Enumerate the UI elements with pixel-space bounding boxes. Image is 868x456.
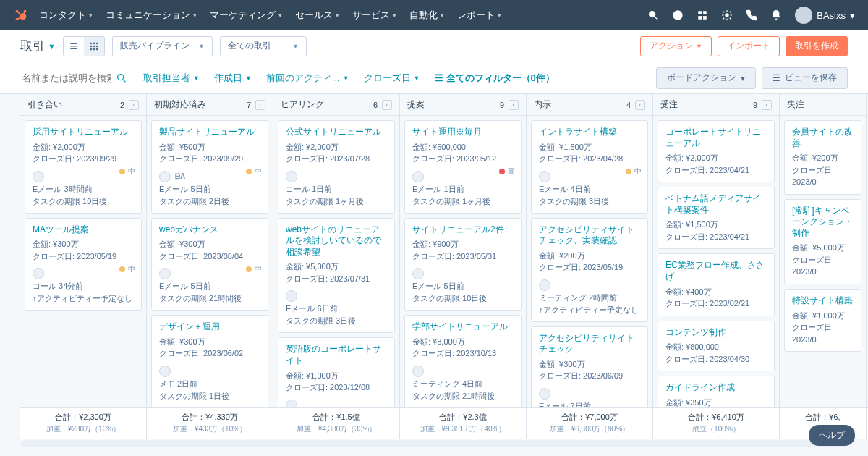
pipeline-column: 内示4‹イントラサイト構築金額: ¥1,500万クローズ日: 2023/04/2… [527,94,653,424]
search-icon[interactable] [647,9,659,21]
deal-title[interactable]: アクセシビリティサイトチェック、実装確認 [539,224,640,247]
deal-title[interactable]: イントラサイト構築 [539,127,640,138]
sum-total: 合計：¥1.5億 [276,412,396,423]
deal-title[interactable]: サイトリニューアル2件 [412,224,514,236]
cards-container: 製品サイトリニューアル金額: ¥500万クローズ日: 2023/09/29中ᗷA… [147,116,273,424]
help-button[interactable]: ヘルプ [809,425,855,446]
svg-rect-22 [90,45,92,46]
phone-icon[interactable] [746,9,757,21]
deal-card[interactable]: [常駐]キャンペーンクション・制作金額: ¥5,000万クローズ日: 2023/… [784,199,861,284]
deal-card[interactable]: 会員サイトの改善金額: ¥200万クローズ日: 2023/0 [784,120,861,195]
collapse-icon[interactable]: ‹ [635,100,645,110]
filter-all[interactable]: ☰全てのフィルター（0件） [435,72,555,85]
next-task: タスクの期限 21時間後 [412,391,514,402]
deal-card[interactable]: 採用サイトリニューアル金額: ¥2,000万クローズ日: 2023/09/29中… [25,120,142,214]
create-deal-button[interactable]: 取引を作成 [786,36,848,56]
sum-total: 合計：¥2.3億 [403,412,523,423]
filter-closedate[interactable]: クローズ日▼ [364,72,420,85]
filter-lastactivity[interactable]: 前回のアクティ...▼ [266,72,349,85]
deal-card[interactable]: 製品サイトリニューアル金額: ¥500万クローズ日: 2023/09/29中ᗷA… [151,120,268,214]
deal-title[interactable]: webガバナンス [159,224,260,236]
deal-card[interactable]: デザイン＋運用金額: ¥300万クローズ日: 2023/06/02メモ 2日前タ… [151,315,268,408]
nav-item[interactable]: レポート▾ [457,9,501,22]
deal-title[interactable]: コンテンツ制作 [665,327,767,339]
collapse-icon[interactable]: ‹ [382,100,392,110]
deal-title[interactable]: サイト運用※毎月 [412,127,514,138]
deal-title[interactable]: 特設サイト構築 [792,295,854,307]
deal-title[interactable]: webサイトのリニューアルを検討しいているので相談希望 [286,224,387,258]
deal-title[interactable]: EC業務フロー作成、ささげ [665,260,767,282]
search-input[interactable] [20,68,129,88]
help-icon[interactable] [672,9,684,21]
board-view-button[interactable] [84,37,104,56]
deal-title[interactable]: 製品サイトリニューアル [159,127,260,138]
nav-item[interactable]: コミュニケーション▾ [106,9,197,22]
column-name: 失注 [787,98,859,111]
sum-total: 合計：¥6, [783,412,863,423]
notifications-icon[interactable] [770,9,782,21]
deal-title[interactable]: 学部サイトリニューアル [412,321,514,333]
next-task: タスクの期限 10日後 [412,293,514,304]
deal-title[interactable]: デザイン＋運用 [159,321,260,333]
deal-close-date: クローズ日: 2023/02/21 [665,297,767,310]
deal-card[interactable]: コンテンツ制作金額: ¥800,000クローズ日: 2023/04/30 [658,321,775,372]
svg-point-10 [678,18,678,19]
nav-item[interactable]: セールス▾ [295,9,339,22]
nav-item[interactable]: コンタクト▾ [39,9,93,22]
nav-item[interactable]: サービス▾ [352,9,396,22]
deal-amount: 金額: ¥200万 [539,250,640,262]
deal-title[interactable]: 英語版のコーポレートサイト [286,344,387,366]
collapse-icon[interactable]: ‹ [129,100,139,110]
list-view-button[interactable] [64,37,84,56]
deal-card[interactable]: サイト運用※毎月金額: ¥500,000クローズ日: 2023/05/12高Eメ… [404,120,522,214]
horizontal-scrollbar[interactable] [20,440,848,447]
deal-amount: 金額: ¥2,000万 [665,152,767,164]
deal-title[interactable]: MAツール提案 [33,224,134,236]
deal-title[interactable]: [常駐]キャンペーンクション・制作 [792,206,854,240]
chevron-down-icon: ▾ [498,12,501,19]
collapse-icon[interactable]: ‹ [255,100,265,110]
svg-rect-19 [90,42,92,43]
deal-title[interactable]: アクセシビリティサイトチェック [539,333,640,355]
deal-title[interactable]: 採用サイトリニューアル [33,127,134,138]
card-footer [286,171,387,182]
save-view-button[interactable]: ☰ビューを保存 [762,67,848,89]
deal-card[interactable]: ベトナム語メディアサイト構築案件金額: ¥1,500万クローズ日: 2023/0… [658,187,775,249]
deal-close-date: クローズ日: 2023/0 [792,254,854,278]
marketplace-icon[interactable] [697,9,708,21]
sum-total: 合計：¥4,330万 [150,412,270,423]
page-title[interactable]: 取引▼ [20,38,56,54]
deal-card[interactable]: コーポレートサイトリニューアル金額: ¥2,000万クローズ日: 2023/04… [658,120,775,182]
deal-card[interactable]: EC業務フロー作成、ささげ金額: ¥400万クローズ日: 2023/02/21 [658,253,775,316]
search-icon[interactable] [116,72,127,84]
board-actions-button[interactable]: ボードアクション▾ [656,67,756,89]
deal-card[interactable]: MAツール提案金額: ¥300万クローズ日: 2023/05/19中コール 34… [25,218,142,311]
deal-card[interactable]: イントラサイト構築金額: ¥1,500万クローズ日: 2023/04/28中Eメ… [531,120,648,214]
collapse-icon[interactable]: ‹ [509,100,519,110]
deal-title[interactable]: コーポレートサイトリニューアル [665,127,767,149]
import-button[interactable]: インポート [718,36,780,56]
settings-icon[interactable] [721,9,733,21]
deal-card[interactable]: 公式サイトリニューアル金額: ¥2,000万クローズ日: 2023/07/28コ… [278,120,395,214]
filter-created[interactable]: 作成日▼ [214,72,252,85]
deal-title[interactable]: 公式サイトリニューアル [286,127,387,138]
last-activity: Eメール 3時間前 [33,184,134,195]
deal-amount: 金額: ¥1,000万 [792,310,854,322]
deal-card[interactable]: 特設サイト構築金額: ¥1,000万クローズ日: 2023/0 [784,289,861,352]
deal-card[interactable]: webサイトのリニューアルを検討しいているので相談希望金額: ¥5,000万クロ… [278,218,395,334]
user-menu[interactable]: BAsixs ▾ [795,7,855,24]
deal-card[interactable]: アクセシビリティサイトチェック、実装確認金額: ¥200万クローズ日: 2023… [531,218,648,322]
pipeline-select[interactable]: 販売パイプライン▼ [112,36,213,56]
nav-item[interactable]: マーケティング▾ [210,9,282,22]
deal-title[interactable]: ベトナム語メディアサイト構築案件 [665,193,767,216]
deal-title[interactable]: 会員サイトの改善 [792,127,854,149]
collapse-icon[interactable]: ‹ [762,100,772,110]
deal-title[interactable]: ガイドライン作成 [665,382,767,394]
actions-button[interactable]: アクション▼ [640,36,712,56]
deal-card[interactable]: 学部サイトリニューアル金額: ¥8,000万クローズ日: 2023/10/13ミ… [404,315,522,408]
nav-item[interactable]: 自動化▾ [409,9,444,22]
deal-card[interactable]: webガバナンス金額: ¥300万クローズ日: 2023/08/04中Eメール … [151,218,268,311]
deal-card[interactable]: サイトリニューアル2件金額: ¥900万クローズ日: 2023/05/31Eメー… [404,218,522,311]
filter-owner[interactable]: 取引担当者▼ [143,72,200,85]
scope-select[interactable]: 全ての取引▼ [220,36,307,56]
